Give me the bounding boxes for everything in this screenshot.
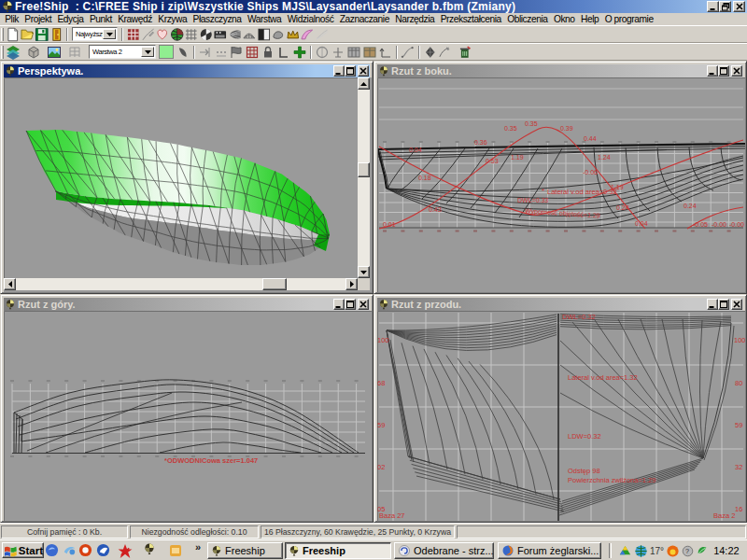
svg-text:59: 59 [735,421,742,429]
svg-text:1.19: 1.19 [511,154,524,161]
svg-text:Odstęp 98: Odstęp 98 [568,467,600,475]
svg-text:-0.00: -0.00 [712,221,726,228]
svg-text:Lateral v.od area=0.32: Lateral v.od area=0.32 [547,188,617,196]
svg-text:-0.05: -0.05 [693,221,708,228]
svg-text:0.04: 0.04 [635,220,648,227]
svg-text:Powierzchnia zwilżona=1.29: Powierzchnia zwilżona=1.29 [568,476,655,484]
svg-text:100: 100 [734,336,745,344]
svg-text:68: 68 [377,379,385,387]
svg-text:59: 59 [377,421,385,429]
svg-text:DWL=0.32: DWL=0.32 [562,313,596,321]
svg-text:0.43: 0.43 [429,206,442,213]
svg-text:0.24: 0.24 [684,203,697,209]
svg-text:100: 100 [377,336,389,344]
svg-text:Baza 2: Baza 2 [713,511,735,520]
svg-text:02: 02 [377,463,385,471]
svg-text:0.01: 0.01 [383,221,396,228]
svg-text:0.24: 0.24 [616,204,629,211]
svg-text:80: 80 [735,379,742,387]
svg-text:DWL=0.33: DWL=0.33 [517,197,548,203]
svg-text:0.35: 0.35 [525,120,538,127]
svg-text:0.35: 0.35 [504,125,517,132]
svg-text:-0.00: -0.00 [729,221,744,228]
svg-text:0.44: 0.44 [584,135,597,142]
svg-text:0.39: 0.39 [560,125,573,132]
svg-text:0.04: 0.04 [409,147,422,153]
svg-text:0.18: 0.18 [418,175,431,181]
svg-text:1.24: 1.24 [598,154,611,161]
svg-text:*: * [542,187,544,195]
svg-text:Baza 27: Baza 27 [379,511,405,520]
svg-text:Lateral v.od area=1.32: Lateral v.od area=1.32 [568,373,638,382]
svg-text:-0.06: -0.06 [583,169,598,175]
svg-text:?: ? [685,546,689,554]
svg-text:LDW=0.32: LDW=0.32 [568,432,601,441]
svg-text:32: 32 [735,463,742,471]
svg-text:0.36: 0.36 [474,139,487,146]
svg-text:*ODWODNICowa szer=1.047: *ODWODNICowa szer=1.047 [164,456,258,465]
svg-text:16: 16 [735,505,742,513]
svg-text:0.53: 0.53 [486,158,499,164]
